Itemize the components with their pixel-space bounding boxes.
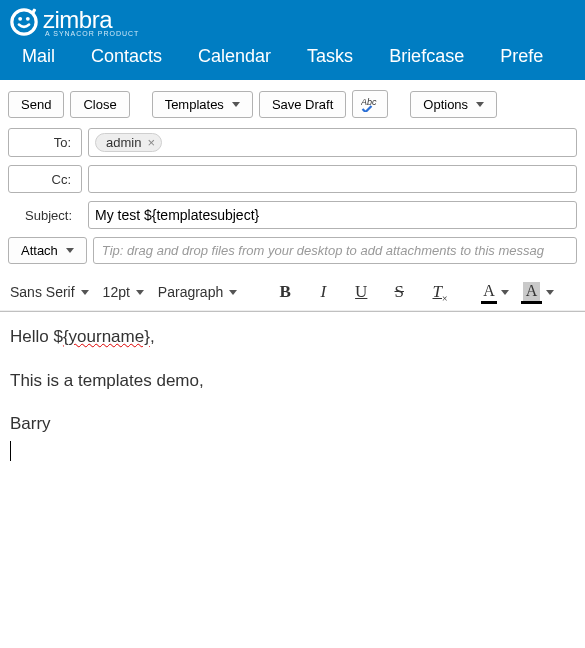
cc-field[interactable] xyxy=(88,165,577,193)
chevron-down-icon xyxy=(546,290,554,295)
underline-button[interactable]: U xyxy=(349,280,373,304)
chevron-down-icon xyxy=(232,102,240,107)
strikethrough-button[interactable]: S xyxy=(387,280,411,304)
subject-label: Subject: xyxy=(8,201,82,229)
chevron-down-icon xyxy=(136,290,144,295)
recipient-chip-label: admin xyxy=(106,135,141,150)
svg-point-1 xyxy=(18,17,22,21)
recipient-chip[interactable]: admin × xyxy=(95,133,162,152)
chevron-down-icon xyxy=(229,290,237,295)
remove-chip-icon[interactable]: × xyxy=(147,136,155,149)
nav-briefcase[interactable]: Briefcase xyxy=(389,46,464,67)
zimbra-icon xyxy=(8,6,40,38)
svg-point-2 xyxy=(26,17,30,21)
nav-preferences[interactable]: Prefe xyxy=(500,46,543,67)
compose-toolbar: Send Close Templates Save Draft Abc Opti… xyxy=(0,80,585,128)
main-nav: Mail Contacts Calendar Tasks Briefcase P… xyxy=(0,42,585,79)
body-line-1: Hello ${yourname}, xyxy=(10,324,575,350)
cc-label-button[interactable]: Cc: xyxy=(8,165,82,193)
subject-field[interactable] xyxy=(88,201,577,229)
close-button[interactable]: Close xyxy=(70,91,129,118)
format-toolbar: Sans Serif 12pt Paragraph B I U S T× A A xyxy=(0,272,585,311)
nav-tasks[interactable]: Tasks xyxy=(307,46,353,67)
body-signature: Barry xyxy=(10,411,575,437)
nav-mail[interactable]: Mail xyxy=(22,46,55,67)
brand-tagline: A SYNACOR PRODUCT xyxy=(45,30,139,37)
attach-tip[interactable]: Tip: drag and drop files from your deskt… xyxy=(93,237,577,264)
chevron-down-icon xyxy=(501,290,509,295)
brand-name: zimbra xyxy=(43,8,139,32)
attach-dropdown[interactable]: Attach xyxy=(8,237,87,264)
font-size-select[interactable]: 12pt xyxy=(103,284,144,300)
body-line-2: This is a templates demo, xyxy=(10,368,575,394)
to-field[interactable]: admin × xyxy=(88,128,577,157)
bold-button[interactable]: B xyxy=(273,280,297,304)
subject-input[interactable] xyxy=(95,207,570,223)
paragraph-select[interactable]: Paragraph xyxy=(158,284,237,300)
send-button[interactable]: Send xyxy=(8,91,64,118)
text-color-button[interactable]: A xyxy=(483,282,509,302)
spellcheck-button[interactable]: Abc xyxy=(352,90,388,118)
chevron-down-icon xyxy=(476,102,484,107)
text-cursor xyxy=(10,441,11,461)
svg-text:Abc: Abc xyxy=(361,96,377,106)
to-label-button[interactable]: To: xyxy=(8,128,82,157)
message-body-editor[interactable]: Hello ${yourname}, This is a templates d… xyxy=(0,311,585,631)
app-logo: zimbra A SYNACOR PRODUCT xyxy=(8,6,139,38)
highlight-color-button[interactable]: A xyxy=(523,282,555,302)
spellcheck-icon: Abc xyxy=(361,94,379,115)
nav-calendar[interactable]: Calendar xyxy=(198,46,271,67)
chevron-down-icon xyxy=(66,248,74,253)
clear-format-button[interactable]: T× xyxy=(425,280,449,304)
save-draft-button[interactable]: Save Draft xyxy=(259,91,346,118)
nav-contacts[interactable]: Contacts xyxy=(91,46,162,67)
templates-dropdown[interactable]: Templates xyxy=(152,91,253,118)
options-dropdown[interactable]: Options xyxy=(410,91,497,118)
italic-button[interactable]: I xyxy=(311,280,335,304)
font-family-select[interactable]: Sans Serif xyxy=(10,284,89,300)
chevron-down-icon xyxy=(81,290,89,295)
